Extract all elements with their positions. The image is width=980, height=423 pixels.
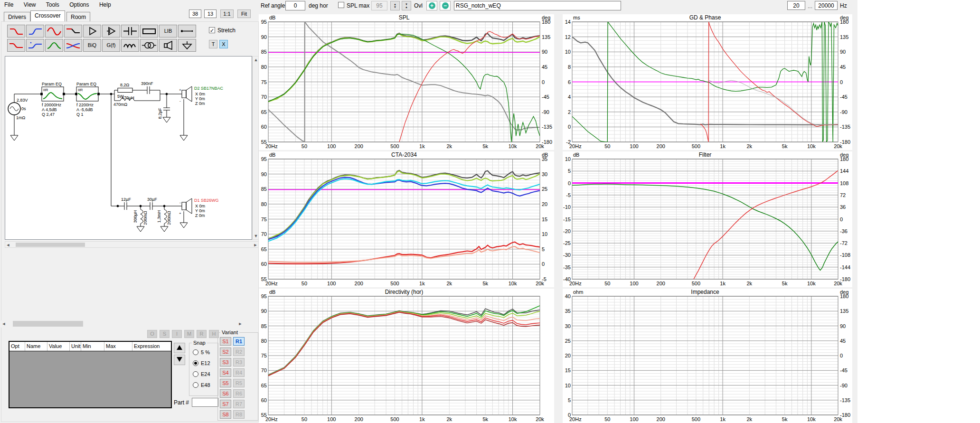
variant-r6-button[interactable]: R6 — [233, 389, 245, 398]
inductor-icon — [122, 40, 138, 51]
snap-5pct-radio[interactable]: 5 % — [193, 349, 210, 355]
variant-r4-button[interactable]: R4 — [233, 368, 245, 377]
svg-text:5k: 5k — [482, 416, 488, 422]
menu-tools[interactable]: Tools — [42, 0, 64, 9]
zoom-fit-button[interactable]: Fit — [237, 9, 251, 18]
schematic-hscrollbar[interactable]: ◄ ► — [5, 241, 259, 248]
transformer-button[interactable] — [140, 39, 158, 52]
variant-s1-button[interactable]: S1 — [220, 337, 231, 346]
svg-text:75: 75 — [261, 216, 267, 222]
spl-graph: 556065707580859095-180-135-90-4504590135… — [259, 14, 554, 150]
schematic-vscrollbar[interactable]: ▲ ▼ — [252, 56, 259, 240]
eq2-title: Param EQ — [76, 82, 96, 86]
variant-s8-button[interactable]: S8 — [220, 410, 231, 419]
svg-text:20: 20 — [542, 201, 547, 207]
snap-e48-radio[interactable]: E48 — [193, 382, 210, 388]
variant-r8-button[interactable]: R8 — [233, 410, 245, 419]
tab-drivers[interactable]: Drivers — [4, 12, 30, 21]
svg-text:50: 50 — [604, 416, 610, 422]
move-down-button[interactable] — [174, 355, 185, 365]
snap-e12-radio[interactable]: E12 — [193, 360, 210, 366]
buffer-block-button[interactable] — [83, 25, 101, 38]
driver1-name: D1 SB26WG — [194, 198, 219, 203]
variant-r3-button[interactable]: R3 — [233, 358, 245, 367]
opt-o-button[interactable]: O — [147, 330, 157, 338]
snap-e24-radio[interactable]: E24 — [193, 371, 210, 377]
menu-options[interactable]: Options — [65, 0, 93, 9]
wire-button[interactable] — [178, 25, 196, 38]
svg-text:-144: -144 — [840, 264, 850, 270]
variant-s6-button[interactable]: S6 — [220, 389, 231, 398]
highshelf-block-button[interactable] — [26, 39, 44, 52]
variant-r1-button[interactable]: R1 — [233, 337, 245, 346]
variant-s3-button[interactable]: S3 — [220, 358, 231, 367]
gain-function-button[interactable]: G(f) — [102, 39, 120, 52]
ground-button[interactable] — [178, 39, 196, 52]
ref-angle-input[interactable] — [285, 1, 305, 10]
freq-max-input[interactable] — [815, 1, 838, 10]
lowpass-block-button[interactable] — [7, 25, 25, 38]
menu-help[interactable]: Help — [95, 0, 115, 9]
menu-file[interactable]: File — [0, 0, 18, 9]
svg-text:GD & Phase: GD & Phase — [689, 14, 721, 21]
driver-button[interactable] — [159, 39, 177, 52]
variant-r2-button[interactable]: R2 — [233, 348, 245, 356]
library-button[interactable]: LIB — [159, 25, 177, 38]
variant-s5-button[interactable]: S5 — [220, 379, 231, 387]
svg-text:10: 10 — [542, 231, 547, 237]
opt-r-button[interactable]: R — [197, 330, 207, 338]
overlay-remove-button[interactable]: − — [440, 1, 451, 10]
variant-s4-button[interactable]: S4 — [220, 368, 231, 377]
grid-13-button[interactable]: 13 — [204, 9, 217, 18]
svg-text:0: 0 — [568, 180, 571, 186]
zoom-1to1-button[interactable]: 1:1 — [220, 9, 234, 18]
delete-tool-button[interactable]: X — [219, 40, 228, 48]
driver2-minus: - — [179, 99, 181, 103]
bandpass-block-button[interactable] — [45, 25, 63, 38]
amplifier-block-button[interactable] — [102, 25, 120, 38]
part-number-input[interactable] — [192, 398, 218, 407]
svg-text:10k: 10k — [509, 143, 517, 149]
opt-m-button[interactable]: M — [184, 330, 194, 338]
svg-text:500: 500 — [692, 281, 700, 286]
inductor-button[interactable] — [121, 39, 139, 52]
variant-s7-button[interactable]: S7 — [220, 400, 231, 408]
shelf-block-button[interactable] — [64, 25, 82, 38]
stretch-checkbox[interactable]: ✓ — [209, 27, 215, 33]
peak-eq-block-button[interactable] — [45, 39, 63, 52]
variant-r5-button[interactable]: R5 — [233, 379, 245, 387]
collapse-icon[interactable]: ▼▲ — [402, 1, 411, 10]
opt-s-button[interactable]: S — [160, 330, 170, 338]
lowshelf-block-button[interactable] — [7, 39, 25, 52]
svg-text:-36: -36 — [840, 228, 848, 234]
svg-text:100: 100 — [630, 281, 638, 286]
allpass-block-button[interactable] — [64, 39, 82, 52]
highpass-block-button[interactable] — [26, 25, 44, 38]
biquad-button[interactable]: BiQ — [83, 39, 101, 52]
svg-text:5k: 5k — [482, 281, 488, 286]
overlay-add-button[interactable]: + — [426, 1, 437, 10]
schematic-canvas[interactable]: 2,83V 0s 1mΩ Param EQ IIR f 20000Hz A 4,… — [5, 56, 252, 240]
variant-r7-button[interactable]: R7 — [233, 400, 245, 408]
inductor-l1-value: 470µH — [122, 95, 134, 100]
svg-text:2: 2 — [568, 109, 571, 115]
tab-crossover[interactable]: Crossover — [30, 10, 65, 21]
opt-i-button[interactable]: I — [172, 330, 182, 338]
spinner-up-down-icon[interactable]: ▲▼ — [390, 1, 400, 10]
freq-min-input[interactable] — [787, 1, 805, 10]
svg-text:60: 60 — [261, 397, 267, 403]
svg-text:45: 45 — [840, 338, 846, 344]
parts-table[interactable]: Opt Name Value Unit Min Max Expression — [9, 341, 172, 408]
variant-s2-button[interactable]: S2 — [220, 348, 231, 356]
capacitor-button[interactable] — [121, 25, 139, 38]
text-tool-button[interactable]: T — [209, 40, 217, 48]
capacitor-c2-value: 8,2µF — [158, 108, 162, 119]
menu-view[interactable]: View — [19, 0, 40, 9]
tab-room[interactable]: Room — [66, 12, 90, 21]
move-up-button[interactable] — [174, 343, 185, 353]
bottom-hscrollbar[interactable]: ◄ ► — [1, 320, 243, 328]
overlay-name-input[interactable] — [454, 1, 621, 10]
resistor-button[interactable] — [140, 25, 158, 38]
spl-max-checkbox[interactable] — [338, 2, 344, 8]
grid-38-button[interactable]: 38 — [189, 9, 201, 18]
